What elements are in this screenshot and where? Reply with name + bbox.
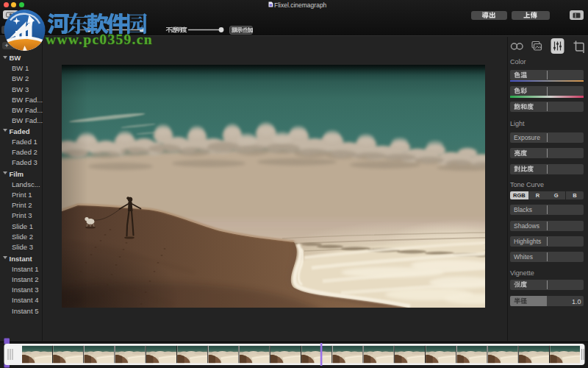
svg-text:www.pc0359.cn: www.pc0359.cn	[46, 32, 153, 47]
